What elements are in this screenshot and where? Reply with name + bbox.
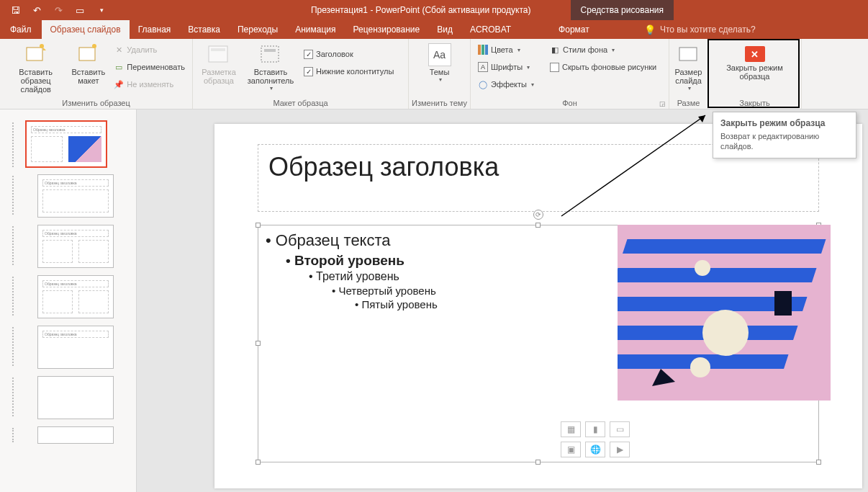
lightbulb-icon: 💡 — [644, 24, 656, 35]
group-edit-theme: Aa Темы▾ Изменить тему — [409, 39, 471, 109]
tab-transitions[interactable]: Переходы — [229, 20, 286, 39]
undo-icon[interactable]: ↶ — [27, 1, 46, 19]
footers-checkbox[interactable]: ✓Нижние колонтитулы — [301, 63, 397, 79]
tab-review[interactable]: Рецензирование — [345, 20, 429, 39]
tab-acrobat[interactable]: ACROBAT — [461, 20, 520, 39]
svg-rect-9 — [482, 45, 484, 55]
content-type-icons: ▦ ▮ ▭ ▣ 🌐 ▶ — [561, 421, 630, 457]
insert-layout-button[interactable]: Вставить макет — [70, 42, 107, 85]
rename-button[interactable]: ▭Переименовать — [111, 59, 188, 75]
insert-slide-master-button[interactable]: Вставить образец слайдов — [4, 42, 67, 94]
hide-bg-graphics-checkbox[interactable]: Скрыть фоновые рисунки — [547, 59, 659, 75]
layout-thumbnail[interactable] — [37, 426, 114, 444]
master-layout-button: Разметка образца — [197, 42, 240, 85]
svg-rect-11 — [679, 48, 697, 61]
insert-video-icon[interactable]: ▶ — [610, 442, 630, 457]
contextual-tab-label: Средства рисования — [571, 0, 674, 20]
save-icon[interactable]: 🖫 — [6, 1, 24, 19]
rotate-handle-icon[interactable]: ⟳ — [533, 210, 543, 220]
dialog-launcher-icon[interactable]: ◲ — [659, 100, 666, 107]
title-checkbox[interactable]: ✓Заголовок — [301, 46, 397, 62]
layout-thumbnail[interactable]: Образец заголовка — [37, 326, 114, 369]
insert-chart-icon[interactable]: ▮ — [585, 421, 605, 437]
group-master-layout: Разметка образца Вставить заполнитель▾ ✓… — [193, 39, 409, 109]
group-label: Макет образца — [193, 99, 408, 109]
close-icon: ✕ — [745, 46, 765, 62]
svg-rect-2 — [79, 48, 95, 61]
layout-thumbnail[interactable]: Образец заголовка — [37, 225, 114, 268]
group-label: Закрыть — [708, 99, 801, 109]
svg-rect-10 — [485, 45, 488, 55]
svg-rect-15 — [623, 239, 826, 254]
insert-placeholder-button[interactable]: Вставить заполнитель▾ — [243, 42, 298, 91]
svg-rect-8 — [478, 45, 481, 55]
tab-animation[interactable]: Анимация — [286, 20, 344, 39]
svg-marker-13 — [698, 115, 705, 122]
thumbnail-panel[interactable]: Образец заголовка Образец заголовка Обра… — [0, 109, 137, 492]
group-background: Цвета▾ AШрифты▾ ◯Эффекты▾ ◧Стили фона▾ С… — [471, 39, 669, 109]
layout-thumbnail[interactable]: Образец заголовка — [37, 275, 114, 318]
fonts-button[interactable]: AШрифты▾ — [475, 59, 537, 75]
delete-button: ✕Удалить — [111, 42, 188, 58]
group-size: Размер слайда▾ Разме — [669, 39, 708, 109]
close-master-view-button[interactable]: ✕ Закрыть режим образца — [715, 42, 795, 81]
redo-icon[interactable]: ↷ — [49, 1, 68, 19]
svg-point-1 — [40, 44, 44, 48]
slide-image — [618, 225, 831, 401]
slide: Образец заголовка ⟳ • Образец текста • В… — [214, 124, 862, 488]
preserve-button: 📌Не изменять — [111, 76, 188, 92]
insert-smartart-icon[interactable]: ▭ — [610, 421, 630, 437]
tooltip: Закрыть режим образца Возврат к редактир… — [713, 112, 856, 158]
tab-file[interactable]: Файл — [0, 20, 42, 39]
layout-thumbnail[interactable]: Образец заголовка — [37, 174, 114, 218]
layout-thumbnail[interactable] — [37, 376, 114, 419]
tab-view[interactable]: Вид — [428, 20, 461, 39]
svg-rect-16 — [618, 268, 817, 282]
quick-access-toolbar: 🖫 ↶ ↷ ▭ ▾ — [6, 1, 111, 19]
svg-rect-6 — [261, 46, 279, 62]
themes-button[interactable]: Aa Темы▾ — [421, 42, 458, 83]
title-bar: 🖫 ↶ ↷ ▭ ▾ Презентация1 - PowerPoint (Сбо… — [0, 0, 868, 20]
workspace: Образец заголовка Образец заголовка Обра… — [0, 109, 868, 492]
tell-me-search[interactable]: 💡 Что вы хотите сделать? — [644, 20, 756, 39]
svg-rect-23 — [774, 291, 792, 316]
colors-button[interactable]: Цвета▾ — [475, 42, 537, 58]
window-title: Презентация1 - PowerPoint (Сбой активаци… — [311, 5, 531, 15]
effects-button[interactable]: ◯Эффекты▾ — [475, 76, 537, 92]
tooltip-title: Закрыть режим образца — [720, 118, 849, 128]
svg-line-12 — [561, 115, 705, 216]
slide-canvas[interactable]: Образец заголовка ⟳ • Образец текста • В… — [137, 109, 868, 492]
ribbon: Вставить образец слайдов Вставить макет … — [0, 39, 868, 109]
tab-format[interactable]: Формат — [550, 20, 598, 39]
svg-point-22 — [695, 260, 710, 276]
ribbon-tabs: Файл Образец слайдов Главная Вставка Пер… — [0, 20, 868, 39]
group-label: Разме — [669, 99, 707, 109]
insert-table-icon[interactable]: ▦ — [561, 421, 581, 437]
group-label: Изменить образец — [0, 99, 192, 109]
svg-rect-0 — [27, 48, 42, 61]
tab-slide-master[interactable]: Образец слайдов — [42, 20, 130, 39]
group-label: Изменить тему — [409, 99, 470, 109]
group-label: Фон◲ — [471, 99, 669, 109]
tab-home[interactable]: Главная — [130, 20, 180, 39]
slide-size-button[interactable]: Размер слайда▾ — [674, 42, 703, 91]
group-edit-master: Вставить образец слайдов Вставить макет … — [0, 39, 193, 109]
background-styles-button[interactable]: ◧Стили фона▾ — [547, 42, 659, 58]
tooltip-body: Возврат к редактированию слайдов. — [720, 131, 849, 152]
svg-point-3 — [92, 44, 96, 48]
insert-picture-icon[interactable]: ▣ — [561, 442, 581, 457]
insert-online-picture-icon[interactable]: 🌐 — [585, 442, 605, 457]
svg-point-20 — [702, 310, 749, 356]
tab-insert[interactable]: Вставка — [179, 20, 229, 39]
svg-rect-7 — [264, 49, 276, 52]
tell-me-placeholder: Что вы хотите сделать? — [660, 24, 756, 35]
svg-point-21 — [690, 357, 710, 377]
master-thumbnail[interactable]: Образец заголовка — [26, 121, 107, 167]
qat-customize-icon[interactable]: ▾ — [92, 1, 111, 19]
svg-rect-5 — [211, 48, 225, 51]
group-close: ✕ Закрыть режим образца Закрыть — [708, 39, 802, 109]
start-slideshow-icon[interactable]: ▭ — [71, 1, 89, 19]
annotation-arrow — [554, 108, 720, 223]
